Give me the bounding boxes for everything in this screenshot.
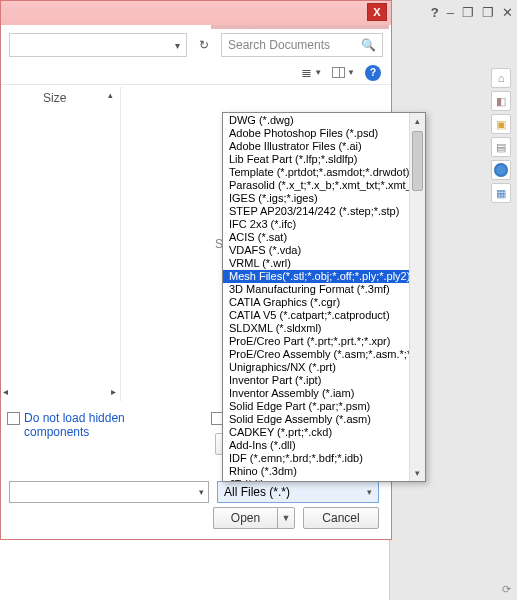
globe-icon[interactable] <box>491 160 511 180</box>
help-icon[interactable]: ? <box>431 5 439 20</box>
filetype-combo[interactable]: All Files (*.*) ▾ <box>217 481 379 503</box>
chevron-up-icon[interactable]: ▴ <box>104 89 116 101</box>
filetype-option[interactable]: Solid Edge Assembly (*.asm) <box>223 413 409 426</box>
app-footer-icon[interactable]: ⟳ <box>502 583 511 596</box>
filetype-dropdown-list[interactable]: DWG (*.dwg)Adobe Photoshop Files (*.psd)… <box>222 112 426 482</box>
filetype-option[interactable]: Inventor Part (*.ipt) <box>223 374 409 387</box>
home-icon[interactable]: ⌂ <box>491 68 511 88</box>
filetype-option[interactable]: VDAFS (*.vda) <box>223 244 409 257</box>
open-dropdown-button[interactable]: ▼ <box>277 507 295 529</box>
scroll-thumb[interactable] <box>412 131 423 191</box>
filetype-option[interactable]: CATIA V5 (*.catpart;*.catproduct) <box>223 309 409 322</box>
checkbox-no-load-label: Do not load hidden components <box>24 411 134 439</box>
search-input[interactable]: Search Documents 🔍 <box>221 33 383 57</box>
filetype-option[interactable]: Inventor Assembly (*.iam) <box>223 387 409 400</box>
dialog-titlebar: X <box>1 1 391 25</box>
filetype-option[interactable]: Solid Edge Part (*.par;*.psm) <box>223 400 409 413</box>
chevron-down-icon[interactable]: ▾ <box>367 487 372 497</box>
filetype-option[interactable]: DWG (*.dwg) <box>223 114 409 127</box>
minimize-button[interactable]: – <box>447 5 454 20</box>
chevron-down-icon[interactable]: ▾ <box>175 40 180 51</box>
open-button[interactable]: Open <box>213 507 277 529</box>
filetype-option[interactable]: VRML (*.wrl) <box>223 257 409 270</box>
restore-button[interactable]: ❐ <box>462 5 474 20</box>
breadcrumb[interactable]: ▾ <box>9 33 187 57</box>
filetype-option[interactable]: Adobe Photoshop Files (*.psd) <box>223 127 409 140</box>
preview-pane-button[interactable]: ▼ <box>332 67 355 78</box>
view-toolbar: ≣▼ ▼ ? <box>1 61 391 85</box>
filetype-option[interactable]: ACIS (*.sat) <box>223 231 409 244</box>
restore2-button[interactable]: ❐ <box>482 5 494 20</box>
folder-icon[interactable]: ▣ <box>491 114 511 134</box>
dialog-help-button[interactable]: ? <box>365 65 381 81</box>
filetype-option[interactable]: Rhino (*.3dm) <box>223 465 409 478</box>
address-row: ▾ ↻ Search Documents 🔍 <box>1 29 391 61</box>
chevron-down-icon[interactable]: ▾ <box>199 487 204 497</box>
view-list-button[interactable]: ≣▼ <box>301 65 322 80</box>
chevron-down-icon: ▼ <box>282 513 291 523</box>
filetype-combo-value: All Files (*.*) <box>224 485 290 499</box>
app-titlebar: ? – ❐ ❐ ✕ <box>389 0 517 24</box>
filetype-option[interactable]: Add-Ins (*.dll) <box>223 439 409 452</box>
dialog-button-row: Open ▼ Cancel <box>213 507 379 529</box>
hscroll-left-icon[interactable]: ◂ <box>3 386 8 397</box>
filename-combo[interactable]: ▾ <box>9 481 209 503</box>
filetype-option[interactable]: Template (*.prtdot;*.asmdot;*.drwdot) <box>223 166 409 179</box>
filetype-option[interactable]: IFC 2x3 (*.ifc) <box>223 218 409 231</box>
scroll-down-icon[interactable]: ▾ <box>410 465 425 481</box>
hscroll-right-icon[interactable]: ▸ <box>111 386 116 397</box>
search-icon: 🔍 <box>361 38 376 52</box>
checkbox-no-load-hidden[interactable]: Do not load hidden components <box>7 411 134 439</box>
filetype-option[interactable]: Lib Feat Part (*.lfp;*.sldlfp) <box>223 153 409 166</box>
file-list-pane[interactable]: Size ▴ ◂ ▸ <box>1 87 121 401</box>
filetype-option[interactable]: IGES (*.igs;*.iges) <box>223 192 409 205</box>
cancel-button[interactable]: Cancel <box>303 507 379 529</box>
filetype-option[interactable]: IDF (*.emn;*.brd;*.bdf;*.idb) <box>223 452 409 465</box>
scroll-up-icon[interactable]: ▴ <box>410 113 425 129</box>
filetype-option[interactable]: SLDXML (*.sldxml) <box>223 322 409 335</box>
filetype-option[interactable]: Adobe Illustrator Files (*.ai) <box>223 140 409 153</box>
column-header-size[interactable]: Size <box>43 91 66 105</box>
filetype-option[interactable]: CATIA Graphics (*.cgr) <box>223 296 409 309</box>
cube-icon[interactable]: ◧ <box>491 91 511 111</box>
dialog-close-button[interactable]: X <box>367 3 387 21</box>
filetype-option[interactable]: JT (*.jt) <box>223 478 409 481</box>
filetype-option[interactable]: 3D Manufacturing Format (*.3mf) <box>223 283 409 296</box>
doc-icon[interactable]: ▤ <box>491 137 511 157</box>
filetype-option[interactable]: CADKEY (*.prt;*.ckd) <box>223 426 409 439</box>
right-toolbar: ⌂ ◧ ▣ ▤ ▦ <box>491 68 513 203</box>
filetype-option[interactable]: Mesh Files(*.stl;*.obj;*.off;*.ply;*.ply… <box>223 270 409 283</box>
filename-row: ▾ All Files (*.*) ▾ <box>9 481 379 503</box>
refresh-button[interactable]: ↻ <box>193 34 215 56</box>
filetype-option[interactable]: ProE/Creo Part (*.prt;*.prt.*;*.xpr) <box>223 335 409 348</box>
checkbox-icon[interactable] <box>7 412 20 425</box>
list-icon[interactable]: ▦ <box>491 183 511 203</box>
search-placeholder: Search Documents <box>228 38 330 52</box>
filetype-option[interactable]: Parasolid (*.x_t;*.x_b;*.xmt_txt;*.xmt_b… <box>223 179 409 192</box>
open-split-button[interactable]: Open ▼ <box>213 507 295 529</box>
filetype-option[interactable]: STEP AP203/214/242 (*.step;*.stp) <box>223 205 409 218</box>
filetype-option[interactable]: ProE/Creo Assembly (*.asm;*.asm.*;*.xas) <box>223 348 409 361</box>
app-close-button[interactable]: ✕ <box>502 5 513 20</box>
dropdown-scrollbar[interactable]: ▴ ▾ <box>409 113 425 481</box>
filetype-option[interactable]: Unigraphics/NX (*.prt) <box>223 361 409 374</box>
